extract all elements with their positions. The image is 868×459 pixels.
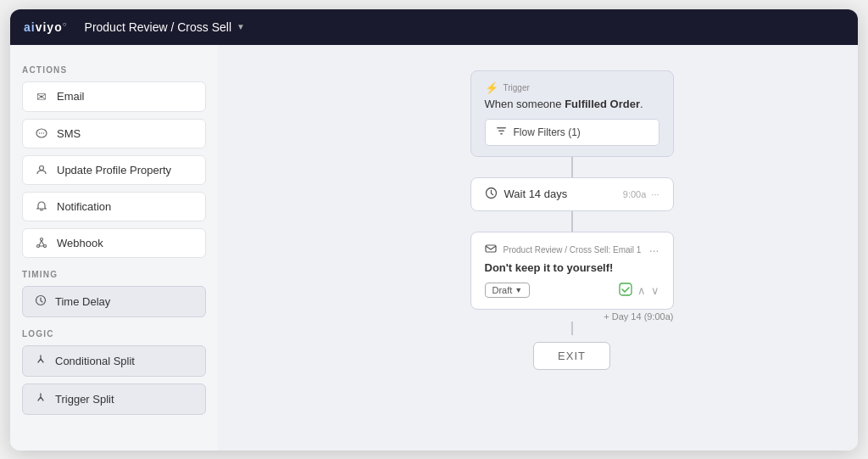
wait-label: Wait 14 days [504,188,568,200]
svg-point-1 [39,132,40,133]
email-node-header: Product Review / Cross Sell: Email 1 ··· [485,243,659,258]
action-sms-label: SMS [57,127,81,140]
email-dots[interactable]: ··· [649,243,659,257]
sms-icon [35,127,48,139]
email-subtitle: Product Review / Cross Sell: Email 1 [504,245,642,255]
wait-dots[interactable]: ··· [651,189,659,199]
svg-point-3 [43,132,44,133]
svg-rect-14 [620,283,632,295]
filter-icon [496,126,507,139]
wait-time: 9:00a [623,189,647,199]
logic-section-label: LOGIC [22,329,206,339]
timing-item-delay[interactable]: Time Delay [22,286,206,317]
svg-point-4 [40,166,44,171]
logo: aiviyo○ [24,20,68,34]
check-icon[interactable] [619,283,632,299]
connector-1 [571,157,573,177]
timing-delay-label: Time Delay [55,295,110,308]
nav-title-text: Product Review / Cross Sell [85,20,232,34]
wait-node[interactable]: Wait 14 days 9:00a ··· [470,177,674,211]
nav-title: Product Review / Cross Sell ▼ [85,20,245,34]
email-title-row: Product Review / Cross Sell: Email 1 [485,243,642,258]
bolt-icon: ⚡ [485,81,498,94]
svg-rect-11 [500,133,503,135]
draft-label: Draft [492,285,513,295]
action-item-notification[interactable]: Notification [22,192,206,221]
svg-point-7 [41,238,43,241]
logic-item-conditional[interactable]: Conditional Split [22,345,206,377]
conditional-split-icon [35,354,47,368]
draft-badge[interactable]: Draft ▼ [485,283,531,298]
notification-icon [35,200,48,212]
svg-point-2 [41,132,42,133]
trigger-label: ⚡ Trigger [485,81,659,94]
flow-filter[interactable]: Flow Filters (1) [485,119,659,146]
wait-right: 9:00a ··· [623,189,659,199]
nav-chevron[interactable]: ▼ [236,22,245,31]
logic-item-trigger[interactable]: Trigger Split [22,383,206,415]
wait-left: Wait 14 days [485,187,568,202]
action-profile-label: Update Profile Property [57,164,171,176]
up-arrow-icon[interactable]: ∧ [637,284,646,297]
trigger-bold: Fulfilled Order [565,98,640,110]
svg-rect-10 [498,130,504,132]
main-content: ACTIONS ✉ Email SMS [10,45,858,451]
flow-area: ⚡ Trigger When someone Fulfilled Order. [470,70,674,370]
draft-chevron: ▼ [515,286,522,294]
logic-trigger-label: Trigger Split [55,393,114,406]
connector-3 [571,322,573,335]
email-icon: ✉ [35,90,48,104]
actions-section-label: ACTIONS [22,65,206,75]
email-node-title: Don't keep it to yourself! [485,261,659,274]
top-nav: aiviyo○ Product Review / Cross Sell ▼ [10,9,858,45]
svg-rect-13 [486,245,496,252]
action-email-label: Email [57,90,85,103]
trigger-suffix: . [640,98,643,110]
profile-icon [35,164,48,176]
clock-icon [35,294,47,309]
email-node-footer: Draft ▼ ∧ ∨ [485,283,659,299]
email-envelope-icon [485,243,497,258]
down-arrow-icon[interactable]: ∨ [651,284,659,297]
wait-clock-icon [485,187,498,202]
svg-rect-9 [497,127,506,129]
trigger-split-icon [35,392,47,406]
flow-filter-text: Flow Filters (1) [514,126,581,138]
connector-2 [571,211,573,232]
trigger-node[interactable]: ⚡ Trigger When someone Fulfilled Order. [470,70,674,157]
exit-node[interactable]: EXIT [533,342,610,370]
action-webhook-label: Webhook [57,237,103,249]
email-node[interactable]: Product Review / Cross Sell: Email 1 ···… [470,232,674,310]
trigger-label-text: Trigger [504,83,530,92]
webhook-icon [35,237,48,249]
logic-conditional-label: Conditional Split [55,355,135,367]
action-notification-label: Notification [57,200,111,213]
trigger-prefix: When someone [485,98,565,110]
day-label: + Day 14 (9:00a) [470,311,674,322]
sidebar: ACTIONS ✉ Email SMS [10,45,218,451]
exit-label: EXIT [558,350,586,362]
email-actions: ∧ ∨ [619,283,659,299]
trigger-text: When someone Fulfilled Order. [485,98,659,110]
timing-section-label: TIMING [22,270,206,279]
action-item-update-profile[interactable]: Update Profile Property [22,155,206,185]
canvas: ⚡ Trigger When someone Fulfilled Order. [218,45,858,451]
action-item-sms[interactable]: SMS [22,119,206,148]
action-item-webhook[interactable]: Webhook [22,228,206,258]
action-item-email[interactable]: ✉ Email [22,81,206,112]
app-window: aiviyo○ Product Review / Cross Sell ▼ AC… [10,9,858,451]
